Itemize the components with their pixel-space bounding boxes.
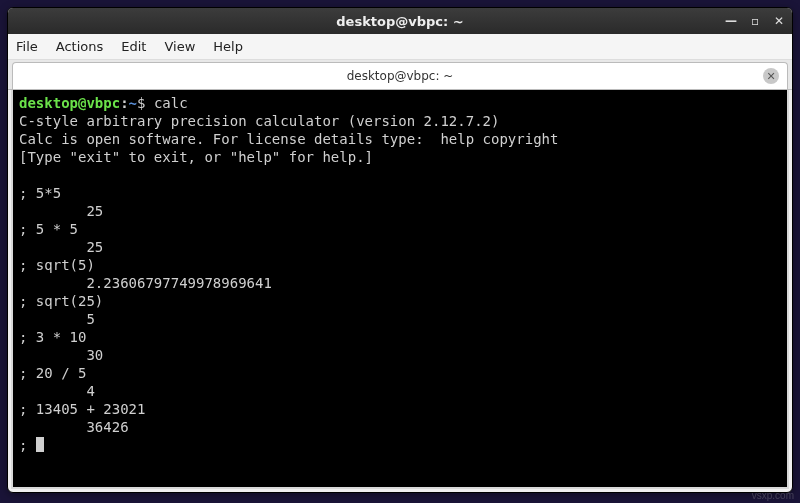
- terminal-output[interactable]: desktop@vbpc:~$ calc C-style arbitrary p…: [11, 90, 789, 489]
- tabbar: desktop@vbpc: ~ ✕: [8, 60, 792, 90]
- menu-file[interactable]: File: [16, 39, 38, 54]
- tab-active[interactable]: desktop@vbpc: ~ ✕: [12, 62, 788, 89]
- menu-edit[interactable]: Edit: [121, 39, 146, 54]
- window-title: desktop@vbpc: ~: [336, 14, 463, 29]
- menu-view[interactable]: View: [164, 39, 195, 54]
- tab-label: desktop@vbpc: ~: [347, 69, 454, 83]
- menu-actions[interactable]: Actions: [56, 39, 104, 54]
- menubar: File Actions Edit View Help: [8, 34, 792, 60]
- tab-close-icon[interactable]: ✕: [763, 68, 779, 84]
- maximize-button[interactable]: ▫: [748, 14, 762, 28]
- window-controls: — ▫ ✕: [724, 8, 786, 34]
- minimize-button[interactable]: —: [724, 14, 738, 28]
- close-button[interactable]: ✕: [772, 14, 786, 28]
- terminal-window: desktop@vbpc: ~ — ▫ ✕ File Actions Edit …: [7, 7, 793, 493]
- titlebar[interactable]: desktop@vbpc: ~ — ▫ ✕: [8, 8, 792, 34]
- menu-help[interactable]: Help: [213, 39, 243, 54]
- watermark: vsxp.com: [752, 490, 794, 501]
